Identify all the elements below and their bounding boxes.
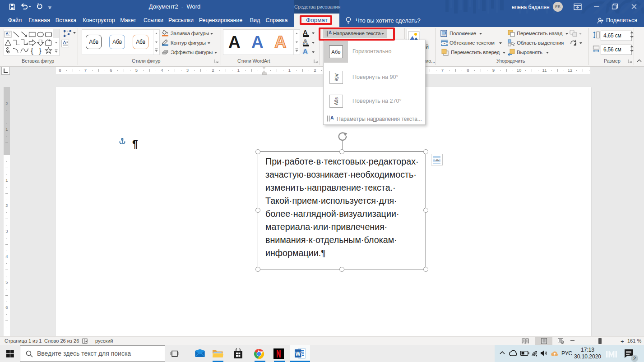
svg-text:{: { — [31, 46, 33, 55]
svg-text:A: A — [330, 115, 334, 120]
svg-text:W: W — [296, 351, 301, 357]
svg-text:}: } — [39, 46, 42, 55]
